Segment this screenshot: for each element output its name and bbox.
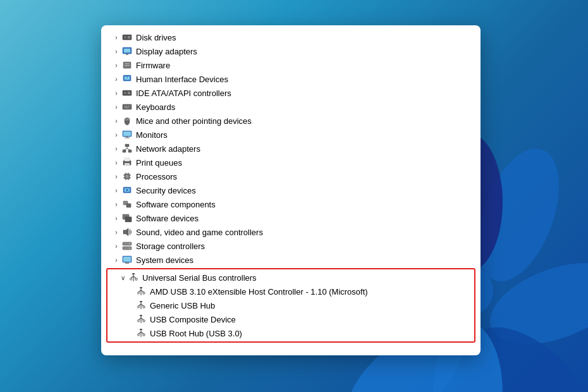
svg-rect-29 — [125, 107, 129, 109]
chevron-icon: › — [111, 34, 121, 41]
tree-item-mice[interactable]: › Mice and other pointing devices — [101, 114, 481, 128]
tree-item-sound-video[interactable]: › Sound, video and game controllers — [101, 225, 481, 239]
tree-item-storage-controllers[interactable]: › Storage controllers — [101, 239, 481, 253]
svg-rect-99 — [143, 320, 145, 322]
print-icon — [121, 157, 133, 168]
svg-rect-16 — [125, 63, 130, 64]
disk-drives-icon — [121, 32, 133, 43]
svg-marker-65 — [123, 228, 128, 236]
chevron-icon: › — [111, 173, 121, 180]
software-devices-icon — [121, 212, 133, 224]
usb-composite-label: USB Composite Device — [150, 315, 236, 324]
usb-chevron-icon: ∨ — [118, 274, 128, 281]
tree-item-monitors[interactable]: › Monitors — [101, 128, 481, 142]
svg-point-32 — [125, 118, 130, 121]
tree-item-disk-drives[interactable]: › Disk drives — [101, 30, 481, 44]
svg-rect-101 — [140, 329, 142, 330]
svg-point-105 — [138, 334, 140, 336]
tree-item-software-devices[interactable]: › Software devices — [101, 211, 481, 225]
usb-root-hub-label: USB Root Hub (USB 3.0) — [150, 329, 242, 338]
svg-rect-49 — [126, 175, 129, 178]
svg-rect-10 — [128, 36, 130, 39]
chevron-icon: › — [111, 159, 121, 166]
processor-icon — [121, 171, 133, 182]
tree-item-amd-usb[interactable]: AMD USB 3.10 eXtensible Host Controller … — [107, 285, 474, 298]
tree-item-software-components[interactable]: › Software components — [101, 197, 481, 211]
svg-point-69 — [129, 248, 130, 249]
chevron-icon: › — [111, 145, 121, 152]
svg-rect-73 — [132, 273, 135, 274]
svg-rect-106 — [143, 334, 145, 336]
svg-line-75 — [131, 276, 133, 278]
usb-icon — [128, 272, 139, 283]
svg-rect-14 — [126, 54, 128, 55]
svg-rect-60 — [126, 189, 128, 191]
network-icon — [121, 143, 133, 154]
tree-item-firmware[interactable]: › Firmware — [101, 58, 481, 72]
usb-section: ∨ Universal Serial Bus controllers AMD U… — [106, 268, 475, 343]
security-devices-label: Security devices — [136, 186, 196, 195]
chevron-icon: › — [111, 201, 121, 208]
tree-item-security-devices[interactable]: › Security devices — [101, 183, 481, 197]
chevron-icon: › — [111, 76, 121, 83]
firmware-icon — [121, 59, 133, 71]
tree-item-network-adapters[interactable]: › Network adapters — [101, 142, 481, 156]
svg-rect-39 — [128, 150, 132, 152]
tree-item-processors[interactable]: › Processors — [101, 169, 481, 183]
svg-point-11 — [125, 37, 126, 39]
svg-point-77 — [130, 278, 132, 280]
svg-rect-36 — [125, 138, 130, 138]
monitors-label: Monitors — [136, 130, 168, 140]
amd-usb-label: AMD USB 3.10 eXtensible Host Controller … — [150, 287, 368, 297]
svg-rect-26 — [126, 106, 127, 107]
display-adapters-label: Display adapters — [136, 47, 197, 56]
chevron-icon: › — [111, 229, 121, 236]
svg-rect-47 — [125, 165, 128, 166]
svg-rect-64 — [125, 217, 132, 222]
mouse-icon — [121, 115, 133, 126]
tree-item-usb-controllers[interactable]: ∨ Universal Serial Bus controllers — [107, 271, 474, 285]
mice-label: Mice and other pointing devices — [136, 116, 252, 126]
svg-point-84 — [138, 292, 140, 294]
svg-line-96 — [138, 318, 141, 320]
display-adapters-icon — [121, 46, 133, 57]
usb-device-icon — [135, 286, 147, 297]
tree-item-display-adapters[interactable]: › Display adapters — [101, 44, 481, 58]
svg-rect-87 — [140, 301, 142, 302]
chevron-icon: › — [111, 104, 121, 111]
svg-rect-62 — [126, 204, 131, 207]
chevron-icon: › — [111, 215, 121, 222]
sound-video-label: Sound, video and game controllers — [136, 228, 263, 237]
svg-rect-38 — [123, 150, 126, 152]
chevron-icon: › — [111, 257, 121, 264]
chevron-icon: › — [111, 62, 121, 69]
tree-item-usb-composite[interactable]: USB Composite Device — [107, 312, 474, 326]
tree-item-usb-root-hub[interactable]: USB Root Hub (USB 3.0) — [107, 326, 474, 340]
tree-item-generic-usb-hub[interactable]: Generic USB Hub — [107, 298, 474, 312]
usb-root-hub-icon — [135, 328, 147, 339]
storage-icon — [121, 240, 133, 252]
svg-line-89 — [138, 304, 141, 306]
svg-rect-13 — [124, 49, 130, 52]
tree-item-print-queues[interactable]: › Print queues — [101, 156, 481, 169]
chevron-icon: › — [111, 48, 121, 55]
firmware-label: Firmware — [136, 61, 170, 70]
tree-item-keyboards[interactable]: › Keyboards — [101, 100, 481, 114]
tree-item-human-interface[interactable]: › Human Interface Devices — [101, 72, 481, 86]
chevron-icon: › — [111, 118, 121, 125]
network-adapters-label: Network adapters — [136, 144, 200, 154]
keyboard-icon — [121, 101, 133, 113]
svg-line-103 — [138, 332, 141, 334]
svg-rect-17 — [125, 65, 130, 66]
hid-label: Human Interface Devices — [136, 75, 228, 84]
svg-rect-94 — [140, 315, 142, 316]
tree-item-ide-ata[interactable]: › IDE ATA/ATAPI controllers — [101, 86, 481, 100]
software-components-label: Software components — [136, 200, 216, 209]
svg-point-3 — [479, 247, 588, 360]
svg-rect-34 — [123, 132, 131, 136]
usb-composite-icon — [135, 314, 147, 325]
software-components-icon — [121, 199, 133, 210]
tree-item-system-devices[interactable]: › System devices — [101, 253, 481, 267]
generic-usb-hub-label: Generic USB Hub — [150, 301, 215, 310]
monitor-icon — [121, 129, 133, 140]
